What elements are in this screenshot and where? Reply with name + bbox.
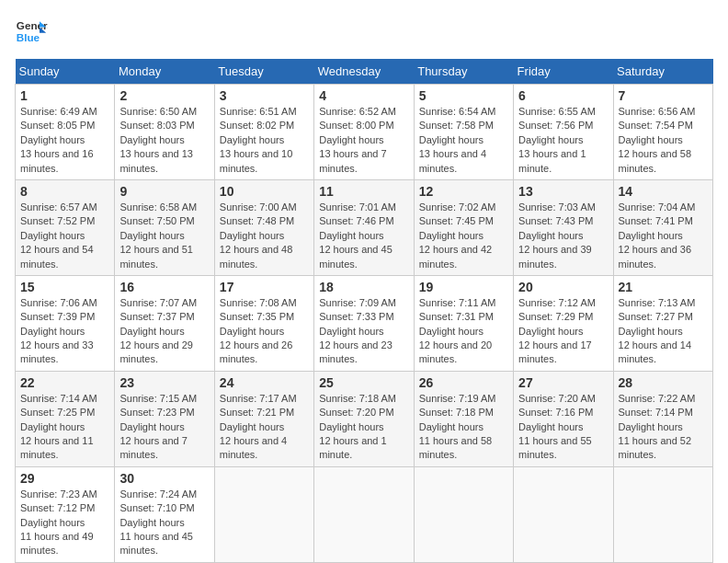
day-of-week-header: Thursday <box>414 59 513 85</box>
calendar-week-row: 15 Sunrise: 7:06 AM Sunset: 7:39 PM Dayl… <box>16 275 713 371</box>
day-of-week-header: Wednesday <box>314 59 414 85</box>
calendar-day-cell <box>314 466 414 562</box>
day-info: Sunrise: 7:09 AM Sunset: 7:33 PM Dayligh… <box>319 296 408 367</box>
day-info: Sunrise: 7:02 AM Sunset: 7:45 PM Dayligh… <box>419 201 508 271</box>
day-number: 19 <box>419 280 508 294</box>
day-number: 22 <box>20 375 109 390</box>
day-number: 27 <box>518 375 608 390</box>
calendar-day-cell: 26 Sunrise: 7:19 AM Sunset: 7:18 PM Dayl… <box>414 371 513 466</box>
calendar-day-cell: 17 Sunrise: 7:08 AM Sunset: 7:35 PM Dayl… <box>214 275 313 371</box>
calendar-day-cell <box>414 466 513 562</box>
calendar-day-cell: 21 Sunrise: 7:13 AM Sunset: 7:27 PM Dayl… <box>613 275 712 371</box>
day-number: 7 <box>619 88 708 103</box>
day-number: 30 <box>119 471 209 486</box>
calendar-day-cell: 23 Sunrise: 7:15 AM Sunset: 7:23 PM Dayl… <box>115 371 214 466</box>
day-number: 24 <box>220 375 309 390</box>
day-info: Sunrise: 7:14 AM Sunset: 7:25 PM Dayligh… <box>20 392 109 463</box>
day-of-week-header: Tuesday <box>214 59 313 85</box>
day-of-week-header: Friday <box>514 59 613 85</box>
day-info: Sunrise: 6:55 AM Sunset: 7:56 PM Dayligh… <box>518 105 608 176</box>
day-number: 28 <box>619 375 708 390</box>
calendar-day-cell: 9 Sunrise: 6:58 AM Sunset: 7:50 PM Dayli… <box>115 179 214 275</box>
calendar-day-cell: 22 Sunrise: 7:14 AM Sunset: 7:25 PM Dayl… <box>16 371 115 466</box>
day-number: 29 <box>20 471 109 486</box>
day-number: 2 <box>119 88 209 103</box>
calendar-day-cell: 12 Sunrise: 7:02 AM Sunset: 7:45 PM Dayl… <box>414 179 513 275</box>
day-number: 12 <box>419 184 508 199</box>
day-info: Sunrise: 6:57 AM Sunset: 7:52 PM Dayligh… <box>20 201 109 271</box>
day-number: 6 <box>518 88 608 103</box>
day-info: Sunrise: 7:20 AM Sunset: 7:16 PM Dayligh… <box>518 392 608 463</box>
calendar-day-cell: 3 Sunrise: 6:51 AM Sunset: 8:02 PM Dayli… <box>214 85 313 180</box>
calendar-body: 1 Sunrise: 6:49 AM Sunset: 8:05 PM Dayli… <box>16 85 713 563</box>
day-number: 3 <box>220 88 309 103</box>
day-number: 17 <box>220 280 309 294</box>
day-info: Sunrise: 7:01 AM Sunset: 7:46 PM Dayligh… <box>319 201 408 271</box>
calendar-day-cell: 24 Sunrise: 7:17 AM Sunset: 7:21 PM Dayl… <box>214 371 313 466</box>
day-info: Sunrise: 6:54 AM Sunset: 7:58 PM Dayligh… <box>419 105 508 176</box>
day-number: 14 <box>619 184 708 199</box>
calendar-day-cell: 25 Sunrise: 7:18 AM Sunset: 7:20 PM Dayl… <box>314 371 414 466</box>
logo-icon: General Blue <box>15 15 48 48</box>
calendar-day-cell: 28 Sunrise: 7:22 AM Sunset: 7:14 PM Dayl… <box>613 371 712 466</box>
day-number: 1 <box>20 88 109 103</box>
days-of-week-row: SundayMondayTuesdayWednesdayThursdayFrid… <box>16 59 713 85</box>
day-number: 21 <box>619 280 708 294</box>
day-info: Sunrise: 7:17 AM Sunset: 7:21 PM Dayligh… <box>220 392 309 463</box>
day-of-week-header: Monday <box>115 59 214 85</box>
day-number: 16 <box>119 280 209 294</box>
day-of-week-header: Sunday <box>16 59 115 85</box>
calendar-week-row: 29 Sunrise: 7:23 AM Sunset: 7:12 PM Dayl… <box>16 466 713 562</box>
day-info: Sunrise: 7:15 AM Sunset: 7:23 PM Dayligh… <box>119 392 209 463</box>
logo: General Blue <box>15 15 48 48</box>
day-number: 20 <box>518 280 608 294</box>
day-info: Sunrise: 7:03 AM Sunset: 7:43 PM Dayligh… <box>518 201 608 271</box>
calendar-day-cell: 10 Sunrise: 7:00 AM Sunset: 7:48 PM Dayl… <box>214 179 313 275</box>
day-info: Sunrise: 7:06 AM Sunset: 7:39 PM Dayligh… <box>20 296 109 367</box>
day-number: 18 <box>319 280 408 294</box>
day-info: Sunrise: 7:19 AM Sunset: 7:18 PM Dayligh… <box>419 392 508 463</box>
day-of-week-header: Saturday <box>613 59 712 85</box>
day-info: Sunrise: 6:56 AM Sunset: 7:54 PM Dayligh… <box>619 105 708 176</box>
day-info: Sunrise: 7:04 AM Sunset: 7:41 PM Dayligh… <box>619 201 708 271</box>
day-info: Sunrise: 7:08 AM Sunset: 7:35 PM Dayligh… <box>220 296 309 367</box>
page-header: General Blue <box>15 15 713 48</box>
calendar-day-cell: 8 Sunrise: 6:57 AM Sunset: 7:52 PM Dayli… <box>16 179 115 275</box>
day-number: 15 <box>20 280 109 294</box>
day-info: Sunrise: 7:12 AM Sunset: 7:29 PM Dayligh… <box>518 296 608 367</box>
calendar-day-cell: 19 Sunrise: 7:11 AM Sunset: 7:31 PM Dayl… <box>414 275 513 371</box>
day-info: Sunrise: 6:58 AM Sunset: 7:50 PM Dayligh… <box>119 201 209 271</box>
day-number: 26 <box>419 375 508 390</box>
day-info: Sunrise: 6:51 AM Sunset: 8:02 PM Dayligh… <box>220 105 309 176</box>
day-number: 5 <box>419 88 508 103</box>
calendar-day-cell: 11 Sunrise: 7:01 AM Sunset: 7:46 PM Dayl… <box>314 179 414 275</box>
calendar-day-cell: 29 Sunrise: 7:23 AM Sunset: 7:12 PM Dayl… <box>16 466 115 562</box>
calendar-day-cell: 13 Sunrise: 7:03 AM Sunset: 7:43 PM Dayl… <box>514 179 613 275</box>
day-number: 11 <box>319 184 408 199</box>
calendar-week-row: 22 Sunrise: 7:14 AM Sunset: 7:25 PM Dayl… <box>16 371 713 466</box>
calendar-day-cell <box>613 466 712 562</box>
day-info: Sunrise: 6:49 AM Sunset: 8:05 PM Dayligh… <box>20 105 109 176</box>
calendar-day-cell: 4 Sunrise: 6:52 AM Sunset: 8:00 PM Dayli… <box>314 85 414 180</box>
calendar-day-cell: 6 Sunrise: 6:55 AM Sunset: 7:56 PM Dayli… <box>514 85 613 180</box>
calendar-day-cell: 15 Sunrise: 7:06 AM Sunset: 7:39 PM Dayl… <box>16 275 115 371</box>
calendar-day-cell: 30 Sunrise: 7:24 AM Sunset: 7:10 PM Dayl… <box>115 466 214 562</box>
day-info: Sunrise: 7:11 AM Sunset: 7:31 PM Dayligh… <box>419 296 508 367</box>
calendar-day-cell: 20 Sunrise: 7:12 AM Sunset: 7:29 PM Dayl… <box>514 275 613 371</box>
calendar-day-cell: 5 Sunrise: 6:54 AM Sunset: 7:58 PM Dayli… <box>414 85 513 180</box>
calendar-day-cell <box>514 466 613 562</box>
calendar-day-cell: 2 Sunrise: 6:50 AM Sunset: 8:03 PM Dayli… <box>115 85 214 180</box>
day-info: Sunrise: 7:13 AM Sunset: 7:27 PM Dayligh… <box>619 296 708 367</box>
day-info: Sunrise: 7:07 AM Sunset: 7:37 PM Dayligh… <box>119 296 209 367</box>
day-info: Sunrise: 6:52 AM Sunset: 8:00 PM Dayligh… <box>319 105 408 176</box>
day-number: 8 <box>20 184 109 199</box>
calendar-day-cell: 18 Sunrise: 7:09 AM Sunset: 7:33 PM Dayl… <box>314 275 414 371</box>
svg-text:Blue: Blue <box>17 31 40 43</box>
calendar-day-cell: 27 Sunrise: 7:20 AM Sunset: 7:16 PM Dayl… <box>514 371 613 466</box>
day-number: 9 <box>119 184 209 199</box>
day-info: Sunrise: 7:24 AM Sunset: 7:10 PM Dayligh… <box>119 488 209 558</box>
day-number: 13 <box>518 184 608 199</box>
day-number: 25 <box>319 375 408 390</box>
calendar-day-cell: 7 Sunrise: 6:56 AM Sunset: 7:54 PM Dayli… <box>613 85 712 180</box>
day-info: Sunrise: 6:50 AM Sunset: 8:03 PM Dayligh… <box>119 105 209 176</box>
